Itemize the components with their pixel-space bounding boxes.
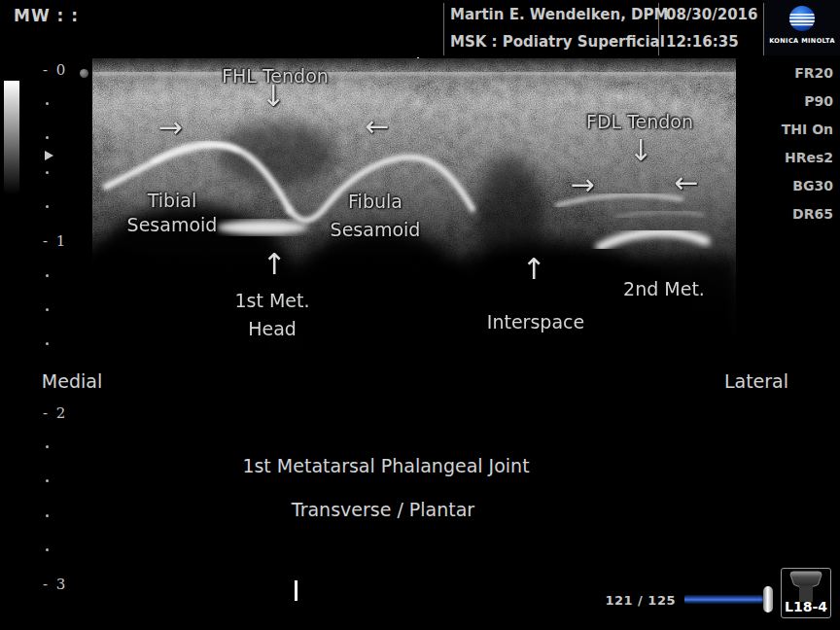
probe-selector[interactable]: L18-4	[781, 568, 831, 618]
caption-study-title: 1st Metatarsal Phalangeal Joint	[242, 452, 529, 480]
depth-label-3: - 3	[43, 576, 72, 593]
ruler-tick-dot	[46, 514, 49, 517]
logo-wordmark: KONICA MINOLTA	[764, 37, 840, 45]
depth-label-2: - 2	[43, 404, 72, 422]
vendor-logo: KONICA MINOLTA	[764, 0, 840, 55]
imaging-parameter-list: FR20 P90 THI On HRes2 BG30 DR65	[782, 65, 833, 223]
param-dynamic-range: DR65	[792, 206, 833, 223]
arrow-up-icon: ↑	[262, 250, 286, 279]
param-hres: HRes2	[785, 150, 833, 166]
probe-model-label: L18-4	[782, 599, 830, 614]
caption-view-plane: Transverse / Plantar	[292, 496, 474, 524]
topbar-separator	[443, 3, 444, 55]
globe-logo-icon	[779, 3, 825, 38]
operator-initials: MW : :	[14, 6, 79, 25]
tgc-cursor-marker	[295, 580, 298, 601]
label-lateral: Lateral	[724, 368, 788, 396]
label-medial: Medial	[42, 368, 102, 396]
label-second-met: 2nd Met.	[623, 275, 705, 303]
param-gain: BG30	[792, 178, 833, 194]
ultrasound-screen: MW : : Martin E. Wendelken, DPM MSK : Po…	[0, 0, 840, 630]
label-first-met-head: 1st Met. Head	[234, 287, 309, 343]
ruler-tick-dot	[46, 136, 49, 139]
probe-orientation-marker	[80, 69, 88, 78]
label-fibula-sesamoid: Fibula Sesamoid	[331, 188, 421, 244]
arrow-left-icon: ←	[674, 168, 698, 197]
ruler-tick-dot	[46, 308, 49, 311]
top-bar: MW : : Martin E. Wendelken, DPM MSK : Po…	[0, 0, 840, 55]
ruler-tick-dot	[46, 548, 49, 551]
cine-frame-counter: 121 / 125	[601, 593, 676, 608]
ruler-tick-dot	[46, 274, 49, 277]
param-power: P90	[804, 93, 833, 110]
depth-label-1: - 1	[43, 232, 72, 250]
exam-time: 12:16:35	[666, 33, 739, 51]
patient-name: Martin E. Wendelken, DPM	[450, 6, 668, 23]
ruler-tick-dot	[46, 342, 49, 345]
ruler-tick-dot	[46, 479, 49, 482]
param-frame-rate: FR20	[794, 65, 833, 82]
arrow-right-icon: →	[158, 113, 182, 142]
arrow-left-icon: ←	[365, 112, 389, 141]
ruler-tick-dot	[46, 445, 49, 448]
label-tibial-sesamoid: Tibial Sesamoid	[127, 189, 218, 237]
cine-progress-bar[interactable]	[684, 595, 766, 604]
grayscale-reference-bar	[4, 81, 19, 194]
exam-date: 08/30/2016	[666, 6, 757, 23]
arrow-right-icon: →	[570, 170, 594, 199]
depth-label-0: - 0	[43, 61, 72, 79]
label-fhl-tendon: FHL Tendon	[222, 62, 329, 90]
ruler-tick-dot	[46, 171, 49, 174]
arrow-up-icon: ↑	[521, 255, 545, 284]
focus-depth-marker[interactable]	[45, 151, 53, 160]
exam-type: MSK : Podiatry Superficial	[450, 33, 665, 51]
label-fdl-tendon: FDL Tendon	[586, 108, 693, 136]
cine-slider-thumb[interactable]	[763, 586, 773, 612]
transducer-icon	[788, 571, 824, 602]
param-thi: THI On	[782, 122, 833, 138]
arrow-down-icon: ↓	[628, 136, 652, 165]
ruler-tick-dot	[46, 205, 49, 208]
ruler-tick-dot	[46, 102, 49, 105]
label-interspace: Interspace	[487, 308, 584, 336]
